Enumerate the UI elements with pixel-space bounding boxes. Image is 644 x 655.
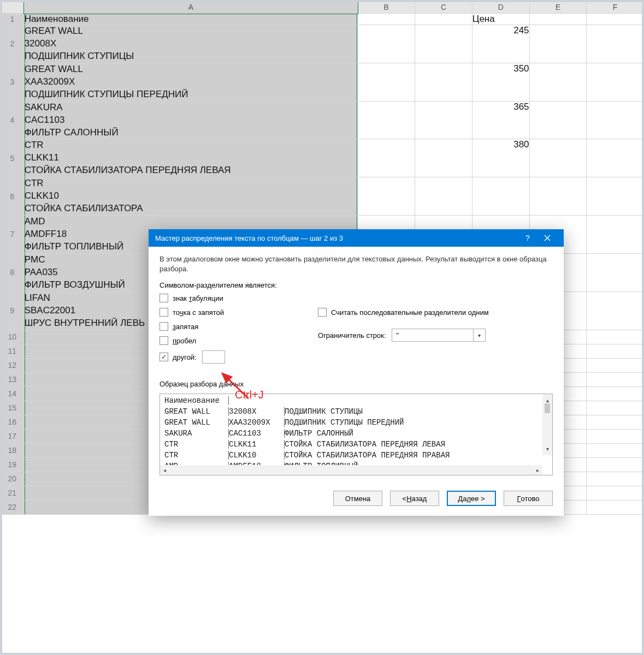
delimiter-other-input[interactable]: [202, 350, 225, 364]
select-all-corner[interactable]: [1, 1, 25, 14]
cell-D2[interactable]: 245: [472, 25, 529, 63]
close-icon: [544, 235, 551, 241]
checkbox-icon: [159, 308, 168, 317]
scroll-up-icon: ▴: [546, 397, 549, 403]
cell[interactable]: [587, 14, 644, 25]
row-header[interactable]: 4: [1, 101, 25, 139]
column-header-row: A B C D E F: [1, 1, 644, 14]
col-header-B[interactable]: B: [358, 1, 415, 14]
preview-vertical-scrollbar[interactable]: ▴ ▾: [542, 394, 552, 455]
preview-row: CTRCLKK10СТОЙКА СТАБИЛИЗАТОРА ПЕРЕДНЯЯ П…: [164, 451, 552, 462]
cell-A4[interactable]: SAKURA CAC1103 ФИЛЬТР САЛОННЫЙ: [24, 101, 358, 139]
col-header-C[interactable]: C: [415, 1, 472, 14]
back-button[interactable]: < Назад: [390, 491, 439, 506]
row-header[interactable]: 11: [1, 344, 25, 358]
close-button[interactable]: [537, 229, 557, 247]
text-qualifier-label: Ограничитель строк:: [318, 331, 386, 340]
row-header[interactable]: 6: [1, 177, 25, 216]
delimiter-other-checkbox[interactable]: другой:: [159, 353, 197, 361]
row-header[interactable]: 1: [1, 14, 25, 25]
cell-A6[interactable]: CTR CLKK10 СТОЙКА СТАБИЛИЗАТОРА: [24, 177, 358, 216]
dialog-titlebar[interactable]: Мастер распределения текста по столбцам …: [149, 229, 564, 247]
row-header[interactable]: 14: [1, 386, 25, 401]
scroll-down-icon: ▾: [546, 446, 549, 452]
cell-A3[interactable]: GREAT WALL XAA32009X ПОДШИПНИК СТУПИЦЫ П…: [24, 63, 358, 101]
text-to-columns-wizard-dialog: Мастер распределения текста по столбцам …: [149, 229, 564, 516]
delimiters-section-label: Символом-разделителем является:: [159, 281, 553, 289]
row-header[interactable]: 15: [1, 401, 25, 415]
preview-row: CTRCLKK11СТОЙКА СТАБИЛИЗАТОРА ПЕРЕДНЯЯ Л…: [164, 440, 552, 451]
cell-A1[interactable]: Наименование: [24, 14, 358, 25]
help-button[interactable]: ?: [518, 229, 537, 247]
cell-D3[interactable]: 350: [472, 63, 529, 101]
delimiter-tab-checkbox[interactable]: знак табуляции: [159, 294, 302, 302]
row-header[interactable]: 18: [1, 443, 25, 457]
row-header[interactable]: 7: [1, 216, 25, 254]
row-header[interactable]: 5: [1, 139, 25, 177]
row-header[interactable]: 9: [1, 291, 25, 330]
checkbox-icon: [318, 308, 327, 317]
scroll-right-icon: ▸: [536, 467, 539, 473]
checkbox-icon: [159, 353, 168, 361]
cell-D5[interactable]: 380: [472, 139, 529, 177]
delimiter-space-checkbox[interactable]: пробел: [159, 336, 302, 345]
row-header[interactable]: 16: [1, 415, 25, 429]
cell[interactable]: [529, 14, 587, 25]
preview-row: GREAT WALL32008XПОДШИПНИК СТУПИЦЫ: [164, 407, 552, 418]
delimiter-semicolon-checkbox[interactable]: точка с запятой: [159, 308, 302, 317]
row-header[interactable]: 2: [1, 25, 25, 63]
preview-row: SAKURACAC1103ФИЛЬТР САЛОННЫЙ: [164, 429, 552, 440]
col-header-A[interactable]: A: [24, 1, 358, 14]
row-header[interactable]: 8: [1, 253, 25, 291]
cell-A5[interactable]: CTR CLKK11 СТОЙКА СТАБИЛИЗАТОРА ПЕРЕДНЯЯ…: [24, 139, 358, 177]
data-preview-box[interactable]: НаименованиеGREAT WALL32008XПОДШИПНИК СТ…: [159, 394, 553, 475]
row-header[interactable]: 20: [1, 472, 25, 486]
dialog-description: В этом диалоговом окне можно установить …: [159, 254, 553, 273]
col-header-F[interactable]: F: [587, 1, 644, 14]
text-qualifier-select[interactable]: " ▾: [392, 329, 486, 342]
checkbox-icon: [159, 336, 168, 345]
cell-D4[interactable]: 365: [472, 101, 529, 139]
preview-content: НаименованиеGREAT WALL32008XПОДШИПНИК СТ…: [160, 394, 552, 473]
treat-consecutive-checkbox[interactable]: Считать последовательные разделители одн…: [318, 308, 553, 317]
row-header[interactable]: 19: [1, 457, 25, 472]
row-header[interactable]: 12: [1, 358, 25, 372]
checkbox-icon: [159, 294, 168, 302]
annotation-text: Ctrl+J: [235, 389, 264, 401]
preview-row: GREAT WALLXAA32009XПОДШИПНИК СТУПИЦЫ ПЕР…: [164, 418, 552, 429]
delimiter-comma-checkbox[interactable]: запятая: [159, 322, 302, 331]
row-header[interactable]: 21: [1, 486, 25, 500]
row-header[interactable]: 10: [1, 330, 25, 344]
cancel-button[interactable]: Отмена: [333, 491, 382, 506]
cell[interactable]: [358, 14, 415, 25]
row-header[interactable]: 22: [1, 500, 25, 514]
cell-A2[interactable]: GREAT WALL 32008X ПОДШИПНИК СТУПИЦЫ: [24, 25, 358, 63]
row-header[interactable]: 3: [1, 63, 25, 101]
chevron-down-icon: ▾: [473, 329, 485, 341]
scrollbar-thumb[interactable]: [545, 403, 550, 413]
col-header-D[interactable]: D: [472, 1, 529, 14]
dialog-title: Мастер распределения текста по столбцам …: [155, 234, 518, 242]
next-button[interactable]: Далее >: [447, 491, 496, 506]
scroll-left-icon: ◂: [163, 467, 166, 473]
row-header[interactable]: 17: [1, 429, 25, 443]
col-header-E[interactable]: E: [529, 1, 587, 14]
row-header[interactable]: 13: [1, 372, 25, 386]
cell[interactable]: [415, 14, 472, 25]
checkbox-icon: [159, 322, 168, 331]
cell-D1[interactable]: Цена: [472, 14, 529, 25]
preview-horizontal-scrollbar[interactable]: ◂ ▸: [160, 465, 542, 475]
finish-button[interactable]: Готово: [504, 491, 553, 506]
